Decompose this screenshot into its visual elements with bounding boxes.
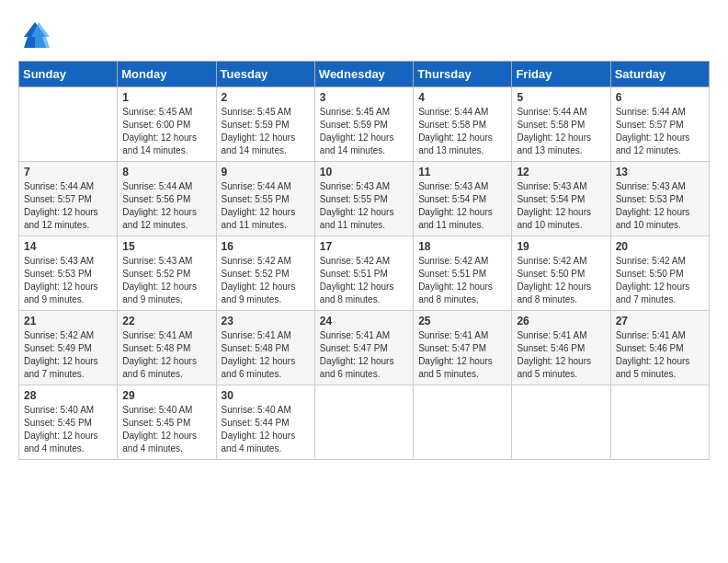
calendar-cell bbox=[512, 385, 610, 460]
calendar-week-row: 21Sunrise: 5:42 AM Sunset: 5:49 PM Dayli… bbox=[19, 311, 710, 385]
day-info: Sunrise: 5:43 AM Sunset: 5:55 PM Dayligh… bbox=[320, 180, 408, 232]
day-number: 28 bbox=[24, 389, 112, 402]
calendar-cell: 5Sunrise: 5:44 AM Sunset: 5:58 PM Daylig… bbox=[512, 87, 610, 162]
day-number: 10 bbox=[320, 166, 408, 178]
day-info: Sunrise: 5:44 AM Sunset: 5:57 PM Dayligh… bbox=[24, 180, 112, 232]
day-info: Sunrise: 5:41 AM Sunset: 5:48 PM Dayligh… bbox=[222, 329, 310, 381]
calendar-cell: 10Sunrise: 5:43 AM Sunset: 5:55 PM Dayli… bbox=[314, 162, 413, 236]
calendar-cell: 3Sunrise: 5:45 AM Sunset: 5:59 PM Daylig… bbox=[314, 87, 413, 162]
day-info: Sunrise: 5:42 AM Sunset: 5:50 PM Dayligh… bbox=[517, 255, 605, 306]
day-number: 21 bbox=[24, 315, 112, 327]
day-info: Sunrise: 5:43 AM Sunset: 5:54 PM Dayligh… bbox=[418, 180, 506, 232]
day-number: 24 bbox=[320, 315, 408, 327]
day-info: Sunrise: 5:44 AM Sunset: 5:58 PM Dayligh… bbox=[517, 106, 605, 157]
page-header bbox=[18, 18, 710, 52]
calendar-header-thursday: Thursday bbox=[414, 62, 512, 87]
calendar-cell bbox=[19, 87, 118, 162]
day-info: Sunrise: 5:44 AM Sunset: 5:57 PM Dayligh… bbox=[616, 106, 704, 157]
calendar-cell: 15Sunrise: 5:43 AM Sunset: 5:52 PM Dayli… bbox=[118, 236, 216, 311]
calendar-cell: 12Sunrise: 5:43 AM Sunset: 5:54 PM Dayli… bbox=[512, 162, 610, 236]
day-info: Sunrise: 5:40 AM Sunset: 5:44 PM Dayligh… bbox=[222, 404, 310, 455]
calendar-cell: 11Sunrise: 5:43 AM Sunset: 5:54 PM Dayli… bbox=[414, 162, 512, 236]
day-number: 13 bbox=[616, 166, 704, 178]
logo bbox=[18, 18, 55, 52]
calendar-cell: 8Sunrise: 5:44 AM Sunset: 5:56 PM Daylig… bbox=[118, 162, 216, 236]
calendar-week-row: 1Sunrise: 5:45 AM Sunset: 6:00 PM Daylig… bbox=[19, 87, 710, 162]
day-info: Sunrise: 5:45 AM Sunset: 5:59 PM Dayligh… bbox=[320, 106, 408, 157]
calendar-header-row: SundayMondayTuesdayWednesdayThursdayFrid… bbox=[19, 62, 710, 87]
calendar-cell: 6Sunrise: 5:44 AM Sunset: 5:57 PM Daylig… bbox=[610, 87, 709, 162]
calendar-week-row: 14Sunrise: 5:43 AM Sunset: 5:53 PM Dayli… bbox=[19, 236, 710, 311]
day-number: 7 bbox=[24, 166, 112, 178]
calendar-cell: 4Sunrise: 5:44 AM Sunset: 5:58 PM Daylig… bbox=[414, 87, 512, 162]
day-number: 12 bbox=[517, 166, 605, 178]
day-number: 27 bbox=[616, 315, 704, 327]
calendar-cell: 9Sunrise: 5:44 AM Sunset: 5:55 PM Daylig… bbox=[216, 162, 314, 236]
day-info: Sunrise: 5:40 AM Sunset: 5:45 PM Dayligh… bbox=[122, 404, 210, 455]
day-info: Sunrise: 5:42 AM Sunset: 5:50 PM Dayligh… bbox=[616, 255, 704, 306]
day-info: Sunrise: 5:44 AM Sunset: 5:55 PM Dayligh… bbox=[222, 180, 310, 232]
calendar-cell bbox=[414, 385, 512, 460]
calendar-cell: 20Sunrise: 5:42 AM Sunset: 5:50 PM Dayli… bbox=[610, 236, 709, 311]
calendar-cell: 22Sunrise: 5:41 AM Sunset: 5:48 PM Dayli… bbox=[118, 311, 216, 385]
calendar-header-wednesday: Wednesday bbox=[314, 62, 413, 87]
calendar-header-saturday: Saturday bbox=[610, 62, 709, 87]
day-info: Sunrise: 5:41 AM Sunset: 5:48 PM Dayligh… bbox=[122, 329, 210, 381]
day-info: Sunrise: 5:41 AM Sunset: 5:47 PM Dayligh… bbox=[418, 329, 506, 381]
calendar-cell: 26Sunrise: 5:41 AM Sunset: 5:46 PM Dayli… bbox=[512, 311, 610, 385]
day-number: 2 bbox=[222, 91, 310, 104]
calendar-cell: 25Sunrise: 5:41 AM Sunset: 5:47 PM Dayli… bbox=[414, 311, 512, 385]
calendar-week-row: 28Sunrise: 5:40 AM Sunset: 5:45 PM Dayli… bbox=[19, 385, 710, 460]
calendar-cell: 2Sunrise: 5:45 AM Sunset: 5:59 PM Daylig… bbox=[216, 87, 314, 162]
calendar-cell: 14Sunrise: 5:43 AM Sunset: 5:53 PM Dayli… bbox=[19, 236, 118, 311]
calendar-cell: 1Sunrise: 5:45 AM Sunset: 6:00 PM Daylig… bbox=[118, 87, 216, 162]
calendar-header-monday: Monday bbox=[118, 62, 216, 87]
day-number: 20 bbox=[616, 240, 704, 253]
calendar-header-friday: Friday bbox=[512, 62, 610, 87]
day-number: 1 bbox=[122, 91, 210, 104]
day-number: 6 bbox=[616, 91, 704, 104]
calendar-cell: 13Sunrise: 5:43 AM Sunset: 5:53 PM Dayli… bbox=[610, 162, 709, 236]
day-info: Sunrise: 5:43 AM Sunset: 5:53 PM Dayligh… bbox=[616, 180, 704, 232]
day-number: 14 bbox=[24, 240, 112, 253]
calendar-cell: 17Sunrise: 5:42 AM Sunset: 5:51 PM Dayli… bbox=[314, 236, 413, 311]
calendar-cell: 18Sunrise: 5:42 AM Sunset: 5:51 PM Dayli… bbox=[414, 236, 512, 311]
calendar-cell: 16Sunrise: 5:42 AM Sunset: 5:52 PM Dayli… bbox=[216, 236, 314, 311]
day-info: Sunrise: 5:43 AM Sunset: 5:52 PM Dayligh… bbox=[122, 255, 210, 306]
day-info: Sunrise: 5:42 AM Sunset: 5:52 PM Dayligh… bbox=[222, 255, 310, 306]
logo-icon bbox=[18, 18, 51, 52]
calendar-cell bbox=[314, 385, 413, 460]
day-info: Sunrise: 5:45 AM Sunset: 6:00 PM Dayligh… bbox=[122, 106, 210, 157]
day-number: 29 bbox=[122, 389, 210, 402]
day-info: Sunrise: 5:42 AM Sunset: 5:49 PM Dayligh… bbox=[24, 329, 112, 381]
calendar-cell: 21Sunrise: 5:42 AM Sunset: 5:49 PM Dayli… bbox=[19, 311, 118, 385]
day-number: 15 bbox=[122, 240, 210, 253]
day-number: 5 bbox=[517, 91, 605, 104]
calendar-cell: 19Sunrise: 5:42 AM Sunset: 5:50 PM Dayli… bbox=[512, 236, 610, 311]
calendar-cell bbox=[610, 385, 709, 460]
day-number: 3 bbox=[320, 91, 408, 104]
day-number: 30 bbox=[222, 389, 310, 402]
calendar-cell: 27Sunrise: 5:41 AM Sunset: 5:46 PM Dayli… bbox=[610, 311, 709, 385]
calendar-cell: 23Sunrise: 5:41 AM Sunset: 5:48 PM Dayli… bbox=[216, 311, 314, 385]
day-info: Sunrise: 5:42 AM Sunset: 5:51 PM Dayligh… bbox=[418, 255, 506, 306]
day-number: 8 bbox=[122, 166, 210, 178]
day-info: Sunrise: 5:43 AM Sunset: 5:53 PM Dayligh… bbox=[24, 255, 112, 306]
day-info: Sunrise: 5:41 AM Sunset: 5:46 PM Dayligh… bbox=[616, 329, 704, 381]
day-number: 19 bbox=[517, 240, 605, 253]
calendar-cell: 30Sunrise: 5:40 AM Sunset: 5:44 PM Dayli… bbox=[216, 385, 314, 460]
calendar-cell: 28Sunrise: 5:40 AM Sunset: 5:45 PM Dayli… bbox=[19, 385, 118, 460]
day-info: Sunrise: 5:43 AM Sunset: 5:54 PM Dayligh… bbox=[517, 180, 605, 232]
day-number: 18 bbox=[418, 240, 506, 253]
day-number: 26 bbox=[517, 315, 605, 327]
day-number: 4 bbox=[418, 91, 506, 104]
day-info: Sunrise: 5:41 AM Sunset: 5:46 PM Dayligh… bbox=[517, 329, 605, 381]
calendar-week-row: 7Sunrise: 5:44 AM Sunset: 5:57 PM Daylig… bbox=[19, 162, 710, 236]
day-number: 17 bbox=[320, 240, 408, 253]
day-info: Sunrise: 5:44 AM Sunset: 5:56 PM Dayligh… bbox=[122, 180, 210, 232]
day-number: 16 bbox=[222, 240, 310, 253]
day-number: 9 bbox=[222, 166, 310, 178]
calendar-cell: 24Sunrise: 5:41 AM Sunset: 5:47 PM Dayli… bbox=[314, 311, 413, 385]
day-number: 23 bbox=[222, 315, 310, 327]
day-info: Sunrise: 5:44 AM Sunset: 5:58 PM Dayligh… bbox=[418, 106, 506, 157]
